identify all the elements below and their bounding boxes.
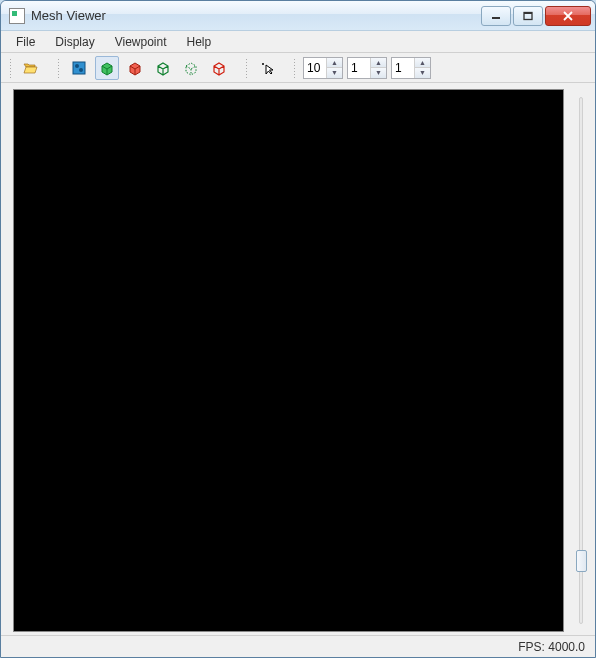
menu-viewpoint[interactable]: Viewpoint bbox=[106, 33, 176, 51]
spinner-b-up[interactable]: ▲ bbox=[371, 58, 386, 69]
display-solid-button[interactable] bbox=[95, 56, 119, 80]
slider-track bbox=[579, 97, 583, 624]
maximize-icon bbox=[522, 11, 534, 21]
menu-file[interactable]: File bbox=[7, 33, 44, 51]
display-points-button[interactable] bbox=[67, 56, 91, 80]
menu-display[interactable]: Display bbox=[46, 33, 103, 51]
minimize-button[interactable] bbox=[481, 6, 511, 26]
spinner-a-up[interactable]: ▲ bbox=[327, 58, 342, 69]
toolbar-grip bbox=[293, 58, 297, 78]
spinner-c: ▲ ▼ bbox=[391, 57, 431, 79]
spinner-c-down[interactable]: ▼ bbox=[415, 68, 430, 78]
menu-bar: File Display Viewpoint Help bbox=[1, 31, 595, 53]
folder-open-icon bbox=[23, 60, 39, 76]
window-title: Mesh Viewer bbox=[31, 8, 481, 23]
svg-point-5 bbox=[79, 68, 83, 72]
status-bar: FPS: 4000.0 bbox=[1, 635, 595, 657]
cube-wireframe-icon bbox=[127, 60, 143, 76]
title-bar[interactable]: Mesh Viewer bbox=[1, 1, 595, 31]
cube-solid-icon bbox=[99, 60, 115, 76]
cube-outline-red-icon bbox=[211, 60, 227, 76]
mesh-viewport[interactable] bbox=[13, 89, 564, 632]
spinner-c-up[interactable]: ▲ bbox=[415, 58, 430, 69]
cursor-plus-icon bbox=[259, 60, 275, 76]
content-area bbox=[1, 83, 595, 635]
spinner-b: ▲ ▼ bbox=[347, 57, 387, 79]
slider-thumb[interactable] bbox=[576, 550, 587, 572]
app-window: Mesh Viewer File Display Viewpoint Help bbox=[0, 0, 596, 658]
close-button[interactable] bbox=[545, 6, 591, 26]
pick-tool-button[interactable] bbox=[255, 56, 279, 80]
toolbar-grip bbox=[57, 58, 61, 78]
close-icon bbox=[561, 11, 575, 21]
toolbar-grip bbox=[9, 58, 13, 78]
cube-dashed-icon bbox=[183, 60, 199, 76]
svg-point-4 bbox=[75, 64, 79, 68]
svg-rect-3 bbox=[73, 62, 85, 74]
spinner-c-input[interactable] bbox=[392, 58, 414, 78]
cube-outline-green-icon bbox=[155, 60, 171, 76]
minimize-icon bbox=[490, 11, 502, 21]
points-icon bbox=[71, 60, 87, 76]
display-wireframe-red-outline-button[interactable] bbox=[207, 56, 231, 80]
window-controls bbox=[481, 6, 591, 26]
maximize-button[interactable] bbox=[513, 6, 543, 26]
spinner-b-input[interactable] bbox=[348, 58, 370, 78]
display-wireframe-green-button[interactable] bbox=[151, 56, 175, 80]
tool-bar: ▲ ▼ ▲ ▼ ▲ ▼ bbox=[1, 53, 595, 83]
app-icon bbox=[9, 8, 25, 24]
spinner-b-down[interactable]: ▼ bbox=[371, 68, 386, 78]
menu-help[interactable]: Help bbox=[178, 33, 221, 51]
spinner-a-down[interactable]: ▼ bbox=[327, 68, 342, 78]
spinner-a: ▲ ▼ bbox=[303, 57, 343, 79]
display-wireframe-red-button[interactable] bbox=[123, 56, 147, 80]
toolbar-grip bbox=[245, 58, 249, 78]
display-hidden-line-button[interactable] bbox=[179, 56, 203, 80]
fps-label: FPS: 4000.0 bbox=[518, 640, 585, 654]
vertical-slider[interactable] bbox=[570, 89, 592, 632]
open-file-button[interactable] bbox=[19, 56, 43, 80]
spinner-a-input[interactable] bbox=[304, 58, 326, 78]
